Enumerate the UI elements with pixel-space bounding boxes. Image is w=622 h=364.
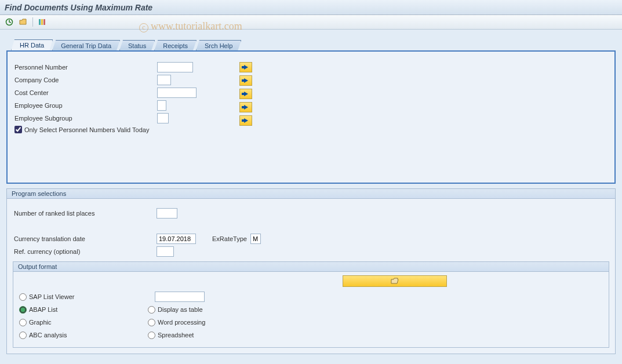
row-personnel-number: Personnel Number	[13, 62, 609, 72]
multi-select-employee-subgroup[interactable]	[239, 115, 252, 126]
word-processing-label: Word processing	[158, 319, 205, 326]
radio-spreadsheet[interactable]	[148, 332, 155, 339]
arrow-right-icon	[244, 92, 248, 96]
folder-icon	[19, 18, 27, 26]
row-ref-currency: Ref. currency (optional)	[13, 246, 609, 257]
tab-label: Receipts	[163, 42, 188, 49]
only-valid-today-label: Only Select Personnel Numbers Valid Toda…	[24, 126, 149, 133]
employee-group-input[interactable]	[157, 100, 166, 111]
radio-graphic[interactable]	[19, 319, 27, 326]
row-only-valid-today: Only Select Personnel Numbers Valid Toda…	[13, 126, 609, 133]
personnel-number-input[interactable]	[157, 62, 193, 72]
svg-rect-3	[43, 19, 45, 25]
row-cost-center: Cost Center	[13, 88, 609, 98]
tab-hr-data[interactable]: HR Data	[11, 39, 53, 50]
arrow-right-icon	[244, 105, 248, 110]
abap-list-label: ABAP List	[29, 306, 57, 313]
tab-strip: HR Data General Trip Data Status Receipt…	[11, 39, 621, 50]
row-spreadsheet: Spreadsheet	[148, 329, 277, 341]
ref-currency-label: Ref. currency (optional)	[13, 248, 157, 255]
program-selections-header: Program selections	[7, 189, 615, 199]
row-employee-group: Employee Group	[13, 100, 609, 111]
folder-open-icon	[391, 278, 399, 285]
tab-general-trip-data[interactable]: General Trip Data	[52, 40, 120, 50]
currency-date-input[interactable]	[157, 234, 196, 244]
ex-rate-type-input[interactable]	[250, 234, 261, 244]
graphic-label: Graphic	[29, 319, 52, 326]
tab-receipts[interactable]: Receipts	[154, 40, 197, 50]
svg-rect-2	[41, 19, 43, 25]
program-selections-body: Number of ranked list places Currency tr…	[7, 199, 615, 354]
radio-word-processing[interactable]	[148, 319, 155, 326]
tab-panel-hr-data: Personnel Number Company Code Cost Cente…	[6, 50, 616, 184]
row-ranked-places: Number of ranked list places	[13, 208, 609, 219]
only-valid-today-checkbox[interactable]	[14, 126, 22, 133]
multi-select-cost-center[interactable]	[239, 89, 252, 99]
output-format-header: Output format	[13, 262, 609, 272]
row-sap-layout-input	[148, 290, 277, 303]
tab-label: HR Data	[20, 42, 44, 49]
multi-select-company-code[interactable]	[239, 75, 252, 86]
execute-clock-icon	[5, 18, 13, 26]
title-text: Find Documents Using Maximum Rate	[5, 3, 152, 12]
layout-button-row	[19, 275, 603, 287]
color-legend-button[interactable]	[37, 17, 48, 27]
abc-analysis-label: ABC analysis	[29, 332, 67, 338]
row-employee-subgroup: Employee Subgroup	[13, 113, 609, 123]
row-currency-date: Currency translation date ExRateType	[13, 234, 609, 244]
row-sap-list-viewer: SAP List Viewer	[19, 290, 148, 303]
multi-select-personnel-number[interactable]	[239, 62, 252, 72]
tab-label: Srch Help	[205, 42, 232, 49]
layout-button[interactable]	[343, 275, 447, 287]
radio-col-1: SAP List Viewer ABAP List Graphic	[19, 290, 148, 341]
tab-srch-help[interactable]: Srch Help	[196, 40, 241, 50]
ranked-places-label: Number of ranked list places	[13, 210, 157, 217]
svg-rect-1	[39, 19, 41, 25]
color-bars-icon	[38, 18, 46, 26]
employee-group-label: Employee Group	[13, 102, 157, 109]
ranked-places-input[interactable]	[157, 208, 177, 219]
cost-center-input[interactable]	[157, 88, 197, 98]
company-code-label: Company Code	[13, 77, 157, 83]
window-title: Find Documents Using Maximum Rate	[0, 0, 622, 15]
tab-label: General Trip Data	[61, 42, 111, 49]
arrow-right-icon	[244, 65, 248, 70]
group-program-selections: Program selections Number of ranked list…	[6, 188, 616, 354]
row-word-processing: Word processing	[148, 316, 277, 329]
ref-currency-input[interactable]	[157, 246, 174, 257]
arrow-right-icon	[244, 118, 248, 123]
multi-select-employee-group[interactable]	[239, 102, 252, 112]
sap-list-viewer-layout-input[interactable]	[155, 292, 205, 302]
employee-subgroup-label: Employee Subgroup	[13, 115, 157, 122]
ex-rate-type-label: ExRateType	[212, 235, 247, 242]
display-as-table-label: Display as table	[158, 306, 203, 313]
row-graphic: Graphic	[19, 316, 148, 329]
currency-date-label: Currency translation date	[13, 235, 157, 242]
personnel-number-label: Personnel Number	[13, 64, 157, 71]
radio-abc-analysis[interactable]	[19, 332, 27, 339]
group-output-format: Output format SAP List Viewer	[13, 261, 609, 348]
employee-subgroup-input[interactable]	[157, 113, 169, 123]
row-abc-analysis: ABC analysis	[19, 329, 148, 341]
radio-sap-list-viewer[interactable]	[19, 293, 27, 301]
tab-label: Status	[128, 42, 146, 49]
get-variant-button[interactable]	[17, 17, 29, 27]
multiple-selection-column	[239, 62, 252, 126]
tab-status[interactable]: Status	[119, 40, 155, 50]
row-display-as-table: Display as table	[148, 303, 277, 316]
content-area: HR Data General Trip Data Status Receipt…	[0, 30, 622, 364]
arrow-right-icon	[244, 78, 248, 83]
spreadsheet-label: Spreadsheet	[158, 332, 194, 338]
row-abap-list: ABAP List	[19, 303, 148, 316]
radio-abap-list[interactable]	[19, 306, 27, 314]
company-code-input[interactable]	[157, 75, 171, 85]
output-format-body: SAP List Viewer ABAP List Graphic	[13, 272, 609, 347]
row-company-code: Company Code	[13, 75, 609, 85]
execute-button[interactable]	[3, 17, 15, 27]
toolbar	[0, 15, 622, 30]
sap-list-viewer-label: SAP List Viewer	[29, 293, 74, 300]
radio-display-as-table[interactable]	[148, 306, 155, 314]
radio-col-2: Display as table Word processing Spreads…	[148, 290, 277, 341]
cost-center-label: Cost Center	[13, 89, 157, 96]
output-format-radios: SAP List Viewer ABAP List Graphic	[19, 290, 603, 341]
